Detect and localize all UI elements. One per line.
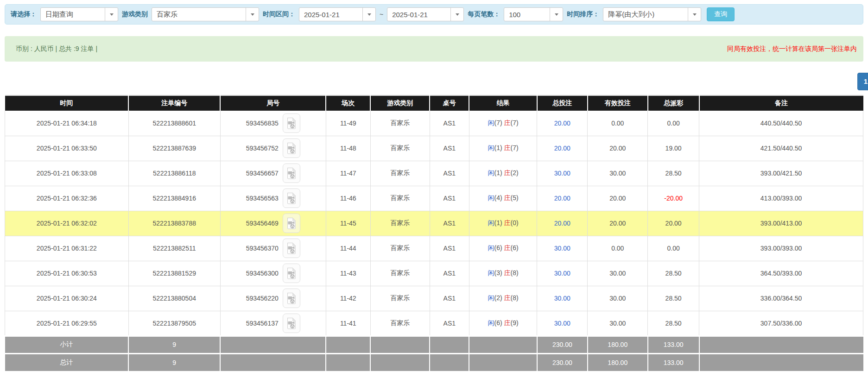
cell-game-type: 百家乐 [370, 186, 430, 211]
result-banker-score: (8) [510, 294, 518, 302]
result-player: 闲 [488, 144, 494, 151]
video-record-icon[interactable] [283, 214, 300, 233]
footer-payout: 133.00 [648, 336, 699, 353]
cell-valid-bet: 0.00 [588, 111, 648, 136]
cell-time: 2025-01-21 06:29:55 [5, 311, 129, 336]
total-bet-link[interactable]: 30.00 [554, 245, 570, 252]
cell-round-id: 593456563 [220, 186, 326, 211]
video-record-icon[interactable] [283, 163, 300, 183]
footer-empty [699, 353, 863, 371]
cell-result: 闲(3) 庄(8) [469, 261, 537, 286]
payout-value: 0.00 [667, 119, 680, 127]
summary-bar: 币别 : 人民币 | 总共 :9 注单 | 同局有效投注，统一计算在该局第一张注… [5, 36, 863, 62]
video-record-icon[interactable] [283, 138, 300, 158]
result-banker: 庄 [504, 194, 510, 201]
footer-empty [430, 353, 469, 371]
table-row[interactable]: 2025-01-21 06:30:24522213880504593456220… [5, 286, 863, 311]
cell-time: 2025-01-21 06:30:24 [5, 286, 129, 311]
result-player-score: (1) [494, 169, 504, 176]
video-record-icon[interactable] [283, 239, 300, 258]
cell-table-id: AS1 [430, 186, 469, 211]
cell-round-id: 593456137 [220, 311, 326, 336]
result-banker-score: (2) [510, 169, 518, 176]
total-bet-link[interactable]: 20.00 [554, 145, 570, 152]
payout-value: 28.50 [665, 270, 682, 277]
round-id-value: 593456752 [246, 145, 279, 152]
video-record-icon[interactable] [283, 289, 300, 308]
result-banker-score: (7) [510, 144, 518, 151]
table-row[interactable]: 2025-01-21 06:32:36522213884916593456563… [5, 186, 863, 211]
round-id-group: 593456657 [221, 163, 326, 183]
col-remark: 备注 [699, 95, 863, 111]
total-bet-link[interactable]: 20.00 [554, 220, 570, 227]
cell-bet-id: 522213888601 [128, 111, 220, 136]
cell-remark: 413.00/393.00 [699, 186, 863, 211]
cell-bet-id: 522213884916 [128, 186, 220, 211]
result-banker-score: (0) [510, 219, 518, 226]
table-row[interactable]: 2025-01-21 06:30:53522213881529593456300… [5, 261, 863, 286]
table-row[interactable]: 2025-01-21 06:33:50522213887639593456752… [5, 136, 863, 161]
table-row[interactable]: 2025-01-21 06:33:08522213886118593456657… [5, 161, 863, 186]
table-footer: 小计9230.00180.00133.00总计9230.00180.00133.… [5, 336, 863, 371]
footer-empty [326, 336, 370, 353]
date-from-select[interactable]: 2025-01-21 [299, 7, 376, 21]
payout-value: 28.50 [665, 295, 682, 302]
table-row[interactable]: 2025-01-21 06:32:02522213883788593456469… [5, 211, 863, 236]
result-banker-score: (6) [510, 244, 518, 251]
footer-label: 总计 [5, 353, 129, 371]
page-size-select[interactable]: 100 [504, 7, 563, 21]
cell-remark: 393.00/393.00 [699, 236, 863, 261]
video-record-icon[interactable] [283, 113, 300, 133]
col-round-id: 局号 [220, 95, 326, 111]
table-row[interactable]: 2025-01-21 06:31:22522213882511593456370… [5, 236, 863, 261]
filter-bar: 请选择： 日期查询 游戏类别 百家乐 时间区间： 2025-01-21 ~ 20… [5, 4, 863, 25]
video-record-icon[interactable] [283, 188, 300, 208]
result-player-score: (3) [494, 269, 504, 276]
cell-remark: 336.00/364.50 [699, 286, 863, 311]
query-type-select[interactable]: 日期查询 [40, 7, 118, 21]
result-banker: 庄 [504, 169, 510, 176]
result-player-score: (1) [494, 144, 504, 151]
col-payout: 总派彩 [648, 95, 699, 111]
page-1-button[interactable]: 1 [857, 73, 868, 90]
total-bet-link[interactable]: 30.00 [554, 295, 570, 302]
cell-valid-bet: 20.00 [588, 211, 648, 236]
total-bet-link[interactable]: 30.00 [554, 170, 570, 177]
cell-game-type: 百家乐 [370, 161, 430, 186]
cell-time: 2025-01-21 06:31:22 [5, 236, 129, 261]
result-banker-score: (7) [510, 119, 518, 126]
pagination: 1 [857, 73, 868, 90]
cell-total-bet: 30.00 [537, 161, 588, 186]
time-sort-select[interactable]: 降幂(由大到小) [603, 7, 701, 21]
total-bet-link[interactable]: 30.00 [554, 320, 570, 327]
cell-result: 闲(2) 庄(8) [469, 286, 537, 311]
video-record-icon[interactable] [283, 264, 300, 283]
payout-value: 19.00 [665, 145, 682, 152]
cell-valid-bet: 20.00 [588, 186, 648, 211]
cell-session: 11-47 [326, 161, 370, 186]
footer-payout: 133.00 [648, 353, 699, 371]
result-banker: 庄 [504, 319, 510, 327]
cell-time: 2025-01-21 06:33:08 [5, 161, 129, 186]
table-row[interactable]: 2025-01-21 06:29:55522213879505593456137… [5, 311, 863, 336]
cell-total-bet: 20.00 [537, 136, 588, 161]
game-type-select[interactable]: 百家乐 [152, 7, 259, 21]
footer-label: 小计 [5, 336, 129, 353]
round-id-value: 593456563 [246, 195, 279, 202]
payout-value: 28.50 [665, 320, 682, 327]
total-row: 总计9230.00180.00133.00 [5, 353, 863, 371]
footer-valid-bet: 180.00 [588, 336, 648, 353]
query-button[interactable]: 查询 [707, 7, 735, 21]
total-bet-link[interactable]: 20.00 [554, 119, 570, 127]
date-to-select[interactable]: 2025-01-21 [387, 7, 464, 21]
table-row[interactable]: 2025-01-21 06:34:18522213888601593456835… [5, 111, 863, 136]
result-player: 闲 [488, 194, 494, 201]
total-bet-link[interactable]: 30.00 [554, 270, 570, 277]
cell-result: 闲(1) 庄(0) [469, 211, 537, 236]
total-bet-link[interactable]: 20.00 [554, 195, 570, 202]
cell-table-id: AS1 [430, 286, 469, 311]
cell-time: 2025-01-21 06:30:53 [5, 261, 129, 286]
result-player: 闲 [488, 169, 494, 176]
cell-game-type: 百家乐 [370, 261, 430, 286]
video-record-icon[interactable] [283, 314, 300, 333]
